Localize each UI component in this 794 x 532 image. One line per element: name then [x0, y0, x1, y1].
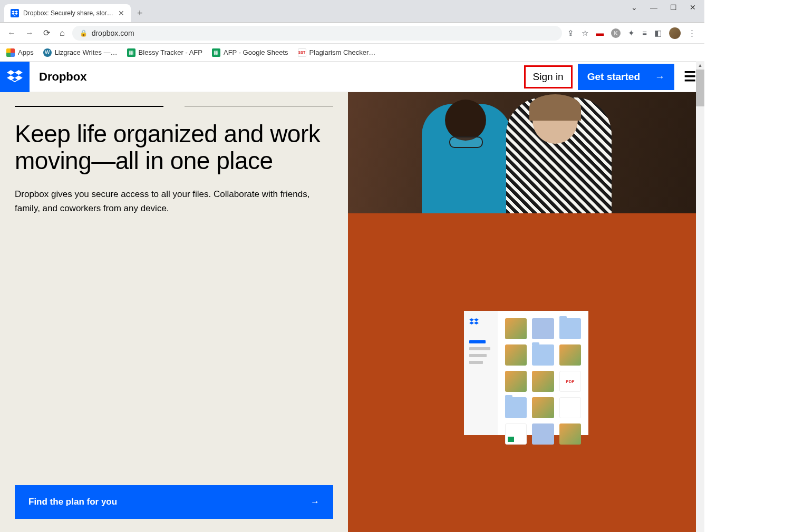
bookmark-label: Lizgrace Writes —…: [55, 48, 118, 56]
file-tile: [532, 371, 554, 392]
bookmark-label: Blessy Tracker - AFP: [139, 48, 202, 56]
sign-in-label: Sign in: [533, 71, 564, 82]
hero-title: Keep life organized and work moving—all …: [15, 121, 333, 174]
get-started-button[interactable]: Get started →: [578, 64, 674, 90]
sst-icon: SST: [298, 48, 306, 57]
cta-label: Find the plan for you: [28, 497, 117, 507]
bookmark-label: Plagiarism Checker…: [309, 48, 376, 56]
bookmark-apps[interactable]: Apps: [6, 48, 34, 57]
pdf-tile: PDF: [559, 371, 581, 392]
progress-segment[interactable]: [15, 106, 163, 107]
apps-icon: [6, 48, 15, 57]
carousel-progress: [15, 106, 333, 107]
hero-illustration-panel: PDF: [348, 213, 704, 532]
dropbox-favicon-icon: [11, 9, 19, 17]
get-started-label: Get started: [587, 71, 640, 83]
file-browser-illustration: PDF: [464, 311, 588, 435]
window-close-icon[interactable]: ✕: [690, 3, 696, 12]
reload-icon[interactable]: ⟳: [41, 26, 52, 40]
bookmark-blessy[interactable]: ▦ Blessy Tracker - AFP: [127, 48, 202, 57]
extension-k-icon[interactable]: K: [611, 28, 621, 38]
forward-icon[interactable]: →: [23, 26, 36, 40]
arrow-right-icon: →: [655, 71, 665, 83]
profile-avatar-icon[interactable]: [669, 27, 681, 39]
file-tile: [559, 397, 581, 418]
arrow-right-icon: →: [311, 497, 319, 507]
scroll-thumb[interactable]: [696, 70, 704, 106]
hero-photo: [348, 92, 704, 213]
address-bar[interactable]: 🔒 dropbox.com: [72, 26, 563, 41]
find-plan-button[interactable]: Find the plan for you →: [15, 485, 333, 519]
reading-list-icon[interactable]: ≡: [642, 28, 647, 37]
file-tile: [505, 344, 527, 366]
new-tab-button[interactable]: +: [137, 8, 143, 19]
file-tile: [532, 318, 554, 339]
share-icon[interactable]: ⇪: [567, 28, 574, 38]
bookmark-plagiarism[interactable]: SST Plagiarism Checker…: [298, 48, 376, 57]
home-icon[interactable]: ⌂: [57, 26, 67, 40]
file-tile: [505, 318, 527, 339]
chrome-menu-icon[interactable]: ⋮: [688, 28, 696, 38]
window-minimize-icon[interactable]: —: [650, 3, 657, 12]
progress-segment[interactable]: [185, 106, 333, 107]
vertical-scrollbar[interactable]: ▲: [696, 61, 704, 532]
url-text: dropbox.com: [92, 29, 134, 37]
back-icon[interactable]: ←: [5, 26, 18, 40]
bookmark-lizgrace[interactable]: W Lizgrace Writes —…: [43, 48, 118, 57]
wordpress-icon: W: [43, 48, 52, 57]
xls-tile: [505, 423, 527, 445]
file-tile: [532, 397, 554, 418]
dropbox-mini-icon: [469, 318, 479, 327]
file-tile: [559, 423, 581, 445]
scroll-up-icon[interactable]: ▲: [696, 61, 704, 70]
extensions-icon[interactable]: ✦: [628, 28, 635, 38]
folder-tile: [532, 344, 554, 366]
lock-icon: 🔒: [80, 29, 88, 37]
folder-tile: [559, 318, 581, 339]
bookmark-star-icon[interactable]: ☆: [582, 28, 588, 38]
file-tile: [505, 371, 527, 392]
sheets-icon: ▦: [127, 48, 135, 57]
file-tile: [559, 344, 581, 366]
folder-tile: [505, 397, 527, 418]
mcafee-icon[interactable]: ▬: [596, 28, 604, 37]
browser-tab[interactable]: Dropbox: Securely share, store an ✕: [4, 4, 131, 22]
bookmark-afp[interactable]: ▦ AFP - Google Sheets: [212, 48, 288, 57]
site-header: Dropbox Sign in Get started → ☰: [0, 62, 704, 92]
sheets-icon: ▦: [212, 48, 220, 57]
hero-subtitle: Dropbox gives you secure access to all y…: [15, 188, 310, 215]
dropbox-glyph-icon: [7, 70, 23, 84]
bookmark-label: Apps: [18, 48, 34, 56]
hamburger-menu-icon[interactable]: ☰: [684, 68, 696, 85]
file-tile: [532, 423, 554, 445]
tab-title: Dropbox: Securely share, store an: [23, 9, 114, 17]
dropbox-logo[interactable]: [0, 62, 30, 92]
window-chevron-icon[interactable]: ⌄: [631, 3, 637, 12]
tab-close-icon[interactable]: ✕: [118, 9, 124, 17]
sign-in-button[interactable]: Sign in: [524, 65, 573, 88]
brand-name[interactable]: Dropbox: [39, 70, 86, 84]
side-panel-icon[interactable]: ◧: [654, 28, 662, 38]
window-maximize-icon[interactable]: ☐: [670, 3, 677, 12]
bookmark-label: AFP - Google Sheets: [224, 48, 288, 56]
